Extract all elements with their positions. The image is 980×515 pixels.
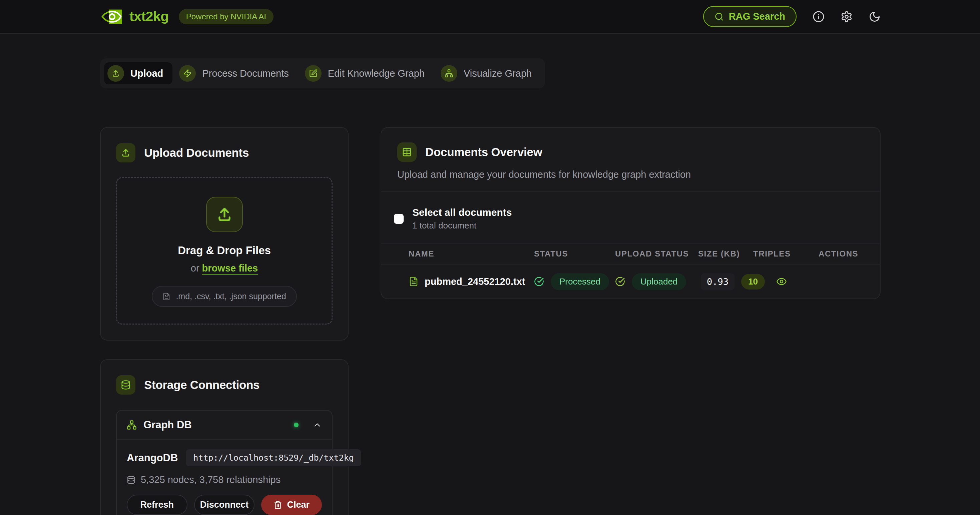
database-icon xyxy=(127,476,135,484)
dropzone-heading: Drag & Drop Files xyxy=(129,244,320,257)
file-dropzone[interactable]: Drag & Drop Files or browse files .md, .… xyxy=(116,177,332,324)
tab-upload[interactable]: Upload xyxy=(104,62,172,84)
select-all-checkbox[interactable] xyxy=(394,214,404,224)
powered-by-badge: Powered by NVIDIA AI xyxy=(179,9,274,24)
clear-button[interactable]: Clear xyxy=(261,495,322,515)
upload-icon xyxy=(116,143,135,162)
table-icon xyxy=(397,142,417,162)
graph-db-section-toggle[interactable]: Graph DB xyxy=(117,411,332,440)
column-header-actions: ACTIONS xyxy=(819,249,880,259)
search-icon xyxy=(714,12,724,21)
zap-icon xyxy=(179,65,196,82)
theme-toggle-button[interactable] xyxy=(869,11,881,23)
connection-name: ArangoDB xyxy=(127,452,178,464)
app-title: txt2kg xyxy=(129,9,169,24)
column-header-triples: TRIPLES xyxy=(753,249,819,259)
graph-db-label: Graph DB xyxy=(143,419,192,431)
browse-files-link[interactable]: browse files xyxy=(202,263,258,273)
chevron-up-icon xyxy=(313,420,322,430)
dropzone-subtext: or browse files xyxy=(129,263,320,274)
column-header-size: SIZE (KB) xyxy=(698,249,753,259)
graph-db-stats: 5,325 nodes, 3,758 relationships xyxy=(127,474,322,485)
documents-panel-title: Documents Overview xyxy=(425,145,542,159)
info-icon xyxy=(813,11,824,23)
top-header: txt2kg Powered by NVIDIA AI RAG Search xyxy=(0,0,980,34)
eye-icon xyxy=(776,276,787,287)
rag-search-button[interactable]: RAG Search xyxy=(703,6,797,27)
check-circle-icon xyxy=(615,277,625,286)
select-all-label: Select all documents xyxy=(412,207,512,218)
file-icon xyxy=(162,292,170,300)
storage-connections-card: Storage Connections Graph DB xyxy=(100,359,348,515)
table-row: pubmed_24552120.txt Processed Uploaded xyxy=(381,264,880,299)
storage-panel-title: Storage Connections xyxy=(144,378,259,392)
disconnect-button[interactable]: Disconnect xyxy=(194,495,255,515)
edit-icon xyxy=(305,65,321,82)
tab-visualize-graph[interactable]: Visualize Graph xyxy=(437,62,541,84)
database-icon xyxy=(116,375,135,394)
triples-count-badge: 10 xyxy=(741,274,765,289)
column-header-name: NAME xyxy=(409,249,534,259)
db-connections-list: Graph DB ArangoDB http://localhost:8529/… xyxy=(116,410,332,515)
tab-process-documents[interactable]: Process Documents xyxy=(176,62,298,84)
upload-icon xyxy=(107,65,124,82)
file-text-icon xyxy=(409,277,418,286)
upload-documents-card: Upload Documents Drag & Drop Files or br… xyxy=(100,127,348,340)
documents-panel-subtitle: Upload and manage your documents for kno… xyxy=(397,169,864,180)
total-documents-count: 1 total document xyxy=(412,221,512,231)
size-value: 0.93 xyxy=(701,273,735,290)
trash-icon xyxy=(274,501,282,509)
connection-url: http://localhost:8529/_db/txt2kg xyxy=(186,449,361,466)
connected-status-dot xyxy=(294,423,299,427)
refresh-button[interactable]: Refresh xyxy=(127,495,188,515)
view-document-button[interactable] xyxy=(776,276,787,287)
upload-panel-title: Upload Documents xyxy=(144,146,249,159)
check-circle-icon xyxy=(534,277,544,286)
graph-db-details: ArangoDB http://localhost:8529/_db/txt2k… xyxy=(117,440,332,515)
main-tabbar: Upload Process Documents Edit Knowledge … xyxy=(100,58,545,88)
supported-formats-pill: .md, .csv, .txt, .json supported xyxy=(152,286,296,307)
column-header-status: STATUS xyxy=(534,249,615,259)
upload-icon xyxy=(206,197,243,232)
documents-table-header: NAME STATUS UPLOAD STATUS SIZE (KB) TRIP… xyxy=(381,243,880,264)
graph-network-icon xyxy=(127,420,137,430)
nvidia-logo-icon xyxy=(100,9,123,25)
document-filename: pubmed_24552120.txt xyxy=(425,276,525,287)
status-badge: Processed xyxy=(551,273,609,290)
column-header-upload-status: UPLOAD STATUS xyxy=(615,249,698,259)
graph-network-icon xyxy=(441,65,457,82)
gear-icon xyxy=(841,11,853,23)
info-button[interactable] xyxy=(813,11,824,23)
moon-icon xyxy=(869,11,881,23)
documents-overview-card: Documents Overview Upload and manage you… xyxy=(380,127,881,299)
settings-button[interactable] xyxy=(841,11,853,23)
tab-edit-knowledge-graph[interactable]: Edit Knowledge Graph xyxy=(302,62,434,84)
upload-status-badge: Uploaded xyxy=(632,273,686,290)
